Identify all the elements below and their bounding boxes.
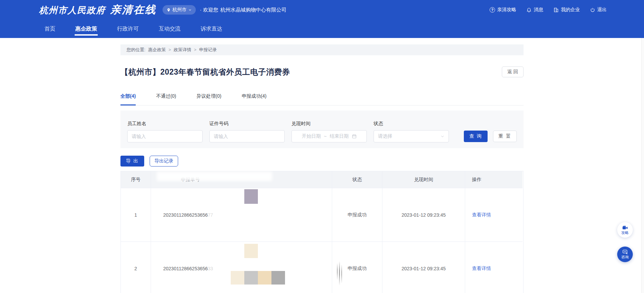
location-selector[interactable]: 杭州市 xyxy=(163,5,196,15)
consult-fab[interactable]: 咨询 xyxy=(617,247,633,262)
guide-fab-label: 攻略 xyxy=(621,231,629,235)
row-action: 查看详情 xyxy=(465,188,523,242)
col-header-action: 操作 xyxy=(465,171,523,188)
logout-link[interactable]: 退出 xyxy=(590,7,607,13)
row-order-no: 2023011286625365677 xyxy=(151,188,332,242)
page-title: 【杭州市】2023年春节留杭省外员工电子消费券 xyxy=(120,67,290,77)
redeem-time-range-picker[interactable]: 开始日期 ~ 结束日期 xyxy=(291,130,367,142)
field-id-number: 证件号码 xyxy=(209,120,285,142)
nav-item-policies[interactable]: 惠企政策 xyxy=(75,20,97,38)
status-placeholder: 请选择 xyxy=(378,133,392,139)
site-header: 杭州市人民政府 亲清在线 杭州市 · 欢迎您 杭州水晶城购物中心有限公司 ? xyxy=(0,0,644,38)
col-header-redeem-time: 兑现时间 xyxy=(382,171,465,188)
row-redeem-time: 2023-01-12 09:23:45 xyxy=(382,188,465,242)
header-top-row: 杭州市人民政府 亲清在线 杭州市 · 欢迎您 杭州水晶城购物中心有限公司 ? xyxy=(0,0,644,20)
field-status: 状态 请选择 xyxy=(374,120,449,142)
tab-all[interactable]: 全部(4) xyxy=(120,93,136,105)
streak-2 xyxy=(339,261,340,286)
redeem-time-label: 兑现时间 xyxy=(291,120,367,127)
header-white-blur xyxy=(157,172,272,181)
export-button[interactable]: 导 出 xyxy=(120,156,144,167)
row-index: 2 xyxy=(121,242,151,293)
id-number-label: 证件号码 xyxy=(209,120,285,127)
company-name: 杭州水晶城购物中心有限公司 xyxy=(220,7,286,13)
breadcrumb-current: 申报记录 xyxy=(199,47,217,53)
breadcrumb: 您的位置: 惠企政策 > 政策详情 > 申报记录 xyxy=(120,44,524,55)
bell-icon xyxy=(526,7,532,13)
chat-icon xyxy=(622,250,628,255)
header-links: ? 亲清攻略 消息 我的企业 xyxy=(490,7,607,13)
field-redeem-time: 兑现时间 开始日期 ~ 结束日期 xyxy=(291,120,367,142)
view-details-link[interactable]: 查看详情 xyxy=(472,212,491,218)
my-company-link[interactable]: 我的企业 xyxy=(553,7,580,13)
guide-fab[interactable]: 攻略 xyxy=(617,222,633,238)
scrollbar-track[interactable] xyxy=(641,38,644,293)
nav-item-home[interactable]: 首页 xyxy=(44,20,55,38)
chevron-down-icon xyxy=(188,8,192,12)
calendar-icon xyxy=(352,134,357,139)
reset-button[interactable]: 重 置 xyxy=(493,131,517,142)
row-redeem-time: 2023-01-12 09:23:45 xyxy=(382,242,465,293)
id-number-input[interactable] xyxy=(209,130,285,142)
site-logo[interactable]: 杭州市人民政府 亲清在线 xyxy=(39,3,156,17)
table-row: 1 2023011286625365677 申报成功 2023-01-12 09… xyxy=(121,188,523,242)
block-purple xyxy=(244,189,258,204)
breadcrumb-separator: > xyxy=(169,47,171,52)
block-cream-b xyxy=(231,271,244,285)
nav-item-appeals[interactable]: 诉求直达 xyxy=(201,20,222,38)
search-button[interactable]: 查 询 xyxy=(464,131,488,142)
building-icon xyxy=(553,7,559,13)
export-records-button[interactable]: 导出记录 xyxy=(150,156,178,167)
breadcrumb-link-policies[interactable]: 惠企政策 xyxy=(148,47,166,53)
guide-link[interactable]: ? 亲清攻略 xyxy=(490,7,516,13)
status-label: 状态 xyxy=(374,120,449,127)
location-pin-icon xyxy=(167,8,171,12)
range-separator: ~ xyxy=(324,134,326,139)
breadcrumb-link-policy-detail[interactable]: 政策详情 xyxy=(174,47,191,53)
page: 杭州市人民政府 亲清在线 杭州市 · 欢迎您 杭州水晶城购物中心有限公司 ? xyxy=(0,0,644,293)
logo-brand-text: 亲清在线 xyxy=(110,3,156,17)
status-select[interactable]: 请选择 xyxy=(374,130,449,142)
row-index: 1 xyxy=(121,188,151,242)
nav-item-interaction[interactable]: 互动交流 xyxy=(159,20,181,38)
consult-fab-label: 咨询 xyxy=(621,255,629,259)
filter-actions: 查 询 重 置 xyxy=(464,120,517,142)
field-employee-name: 员工姓名 xyxy=(127,120,203,142)
main-nav: 首页 惠企政策 行政许可 互动交流 诉求直达 xyxy=(0,20,644,38)
records-table: 序号 申报单号 状态 兑现时间 操作 1 2023011286625365677… xyxy=(120,171,524,293)
start-date-placeholder: 开始日期 xyxy=(302,133,321,139)
location-label: 杭州市 xyxy=(172,7,187,13)
view-details-link[interactable]: 查看详情 xyxy=(472,266,491,272)
title-row: 【杭州市】2023年春节留杭省外员工电子消费券 返 回 xyxy=(120,66,524,78)
order-no-faded-tail: 33 xyxy=(208,266,213,271)
export-toolbar: 导 出 导出记录 xyxy=(120,156,524,167)
logo-gov-text: 杭州市人民政府 xyxy=(39,4,106,16)
status-tabs: 全部(4) 不通过(0) 异议处理(0) 申报成功(4) xyxy=(120,93,524,105)
breadcrumb-prefix: 您的位置: xyxy=(127,47,146,53)
nav-item-licensing[interactable]: 行政许可 xyxy=(117,20,139,38)
table-row: 2 2023011286625365633 申报成功 2023-01-12 09… xyxy=(121,242,523,293)
block-gray-a xyxy=(244,271,258,285)
row-order-no: 2023011286625365633 xyxy=(151,242,332,293)
power-icon xyxy=(590,7,595,13)
video-camera-icon xyxy=(622,226,628,230)
employee-name-label: 员工姓名 xyxy=(127,120,203,127)
order-no-faded-tail: 77 xyxy=(208,212,213,218)
row-status: 申报成功 xyxy=(332,188,382,242)
messages-link[interactable]: 消息 xyxy=(526,7,543,13)
filter-panel: 员工姓名 证件号码 兑现时间 开始日期 ~ 结束日期 状态 xyxy=(120,111,524,148)
tab-rejected[interactable]: 不通过(0) xyxy=(156,93,176,105)
block-gray-b xyxy=(271,271,285,285)
tab-success[interactable]: 申报成功(4) xyxy=(242,93,266,105)
streak-1 xyxy=(337,263,338,280)
row-action: 查看详情 xyxy=(465,242,523,293)
main-content: 您的位置: 惠企政策 > 政策详情 > 申报记录 【杭州市】2023年春节留杭省… xyxy=(120,44,524,293)
back-button[interactable]: 返 回 xyxy=(502,66,524,77)
streak-3 xyxy=(341,265,342,284)
welcome-prefix: · 欢迎您 xyxy=(200,7,218,13)
block-cream-a xyxy=(244,244,258,258)
end-date-placeholder: 结束日期 xyxy=(330,133,349,139)
col-header-status: 状态 xyxy=(332,171,382,188)
tab-objection[interactable]: 异议处理(0) xyxy=(196,93,221,105)
employee-name-input[interactable] xyxy=(127,130,203,142)
